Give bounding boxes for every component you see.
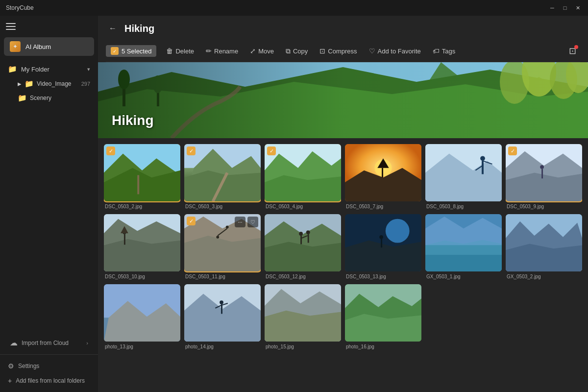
tag-icon: 🏷 [433, 47, 440, 55]
photo-item[interactable]: ✓ GX_0503_1.jpg [425, 214, 502, 280]
sidebar-item-scenery[interactable]: 📁 Scenery [4, 91, 94, 105]
photo-svg [425, 214, 502, 271]
photo-item[interactable]: ✓ photo_13.jpg [104, 284, 180, 350]
hamburger-menu-button[interactable] [6, 22, 16, 31]
main-header: ← Hiking ✓ 5 Selected 🗑 Delete ✏ Rename … [98, 16, 588, 62]
photo-name: photo_14.jpg [184, 343, 215, 350]
gallery-scroll[interactable]: Hiking ✓ DSC_0503_2.jpg [98, 62, 588, 392]
back-button[interactable]: ← [106, 22, 120, 35]
gear-icon: ⚙ [8, 362, 14, 370]
photo-item[interactable]: ✓ photo_14.jpg [184, 284, 261, 350]
photo-name: DSC_0503_7.jpg [345, 202, 384, 210]
photo-item[interactable]: ✓ DSC_0503_3.jpg [184, 144, 261, 210]
photo-item[interactable]: ✓ DSC_0503_13.jpg [345, 214, 421, 280]
app-body: ✦ AI Album 📁 My Folder ▾ ▸ 📁 Video_Image… [0, 16, 588, 392]
move-icon: ⤢ [250, 47, 256, 55]
svg-point-56 [306, 230, 310, 234]
rename-label: Rename [214, 48, 238, 55]
add-favorite-button[interactable]: ♡ Add to Favorite [364, 45, 426, 57]
svg-rect-61 [381, 239, 382, 248]
hero-banner: Hiking [98, 62, 588, 138]
sidebar-top [0, 18, 98, 35]
photo-thumb [184, 144, 261, 201]
svg-marker-52 [265, 242, 341, 271]
add-files-button[interactable]: + Add files from local folders [4, 373, 94, 388]
svg-point-48 [216, 236, 219, 239]
photo-svg [425, 144, 502, 201]
page-title: Hiking [124, 23, 154, 34]
photo-name: photo_13.jpg [104, 343, 134, 350]
photo-svg [265, 214, 341, 271]
photo-item[interactable]: ✓ DSC_0503_7.jpg [345, 144, 421, 210]
hero-title: Hiking [112, 113, 154, 128]
settings-button[interactable]: ⚙ Settings [4, 359, 94, 373]
svg-rect-53 [300, 236, 302, 245]
copy-button[interactable]: ⧉ Copy [281, 45, 313, 58]
photo-svg [265, 284, 341, 342]
import-cloud-button[interactable]: ☁ Import from Cloud › [4, 333, 94, 352]
photo-thumb [104, 144, 180, 201]
photo-item[interactable]: ✓ photo_15.jpg [265, 284, 341, 350]
folder-name: Video_Image [37, 80, 72, 87]
selected-badge[interactable]: ✓ 5 Selected [106, 45, 156, 57]
app-title: StoryCube [6, 4, 34, 11]
more-options-button[interactable]: ··· [235, 217, 245, 227]
photo-svg [506, 214, 582, 271]
move-button[interactable]: ⤢ Move [245, 45, 279, 57]
svg-rect-55 [308, 234, 309, 243]
import-cloud-label: Import from Cloud [22, 340, 82, 346]
plus-icon: + [8, 377, 12, 385]
rename-icon: ✏ [206, 47, 212, 55]
maximize-button[interactable]: □ [561, 3, 569, 12]
photo-item[interactable]: ✓ DSC_0503_9.jpg [506, 144, 582, 210]
screen-btn-container: ⊡ [564, 43, 580, 59]
svg-marker-21 [265, 175, 341, 201]
folder-item-left-2: 📁 Scenery [18, 94, 51, 102]
compress-button[interactable]: ⊡ Compress [315, 45, 362, 57]
my-folder-section: 📁 My Folder ▾ ▸ 📁 Video_Image 297 📁 Scen… [4, 62, 94, 105]
photo-item[interactable]: ✓ DSC_0503_2.jpg [104, 144, 180, 210]
my-folder-icon: 📁 [8, 65, 17, 74]
photo-thumb [265, 144, 341, 201]
favorite-button[interactable]: ♡ [247, 217, 258, 227]
svg-point-59 [386, 219, 410, 243]
window-controls: ─ □ ✕ [548, 3, 582, 12]
my-folder-label: My Folder [21, 66, 49, 73]
photo-thumb [265, 284, 341, 342]
copy-label: Copy [293, 48, 308, 55]
svg-rect-29 [482, 161, 484, 174]
tags-button[interactable]: 🏷 Tags [428, 45, 460, 57]
rename-button[interactable]: ✏ Rename [201, 45, 243, 57]
selected-checkbox-icon: ✓ [111, 47, 119, 55]
svg-marker-60 [345, 241, 421, 271]
photo-item[interactable]: ✓ photo_16.jpg [345, 284, 421, 350]
photo-item[interactable]: ✓ DSC_0503_10.jpg [104, 214, 180, 280]
sidebar-item-ai-album[interactable]: ✦ AI Album [4, 37, 94, 56]
photo-item[interactable]: ✓ ··· ♡ DSC_0503_11.jpg [184, 214, 261, 280]
photo-item[interactable]: ✓ GX_0503_2.jpg [506, 214, 582, 280]
svg-point-30 [480, 156, 485, 161]
compress-icon: ⊡ [319, 47, 325, 55]
folder-icon-2: 📁 [24, 79, 34, 88]
delete-button[interactable]: 🗑 Delete [161, 45, 199, 57]
photo-name: DSC_0503_12.jpg [265, 272, 307, 280]
photo-overlay-icons: ··· ♡ [235, 217, 258, 227]
photo-thumb [345, 284, 421, 342]
ai-album-label: AI Album [25, 43, 51, 50]
photo-name: DSC_0503_10.jpg [104, 272, 146, 280]
photo-svg [345, 214, 421, 271]
photo-thumb [425, 144, 502, 201]
my-folder-header[interactable]: 📁 My Folder ▾ [4, 62, 94, 76]
svg-point-37 [540, 165, 544, 169]
minimize-button[interactable]: ─ [548, 3, 557, 12]
sidebar-item-video-image[interactable]: ▸ 📁 Video_Image 297 [4, 77, 94, 91]
photo-svg [506, 144, 582, 201]
photo-item[interactable]: ✓ DSC_0503_4.jpg [265, 144, 341, 210]
photo-item[interactable]: ✓ DSC_0503_8.jpg [425, 144, 502, 210]
photo-item[interactable]: ✓ DSC_0503_12.jpg [265, 214, 341, 280]
close-button[interactable]: ✕ [573, 3, 582, 12]
photo-svg [184, 284, 261, 342]
selected-check-icon: ✓ [187, 147, 196, 155]
photo-svg [345, 284, 421, 342]
folder-icon: ▸ [18, 79, 22, 88]
